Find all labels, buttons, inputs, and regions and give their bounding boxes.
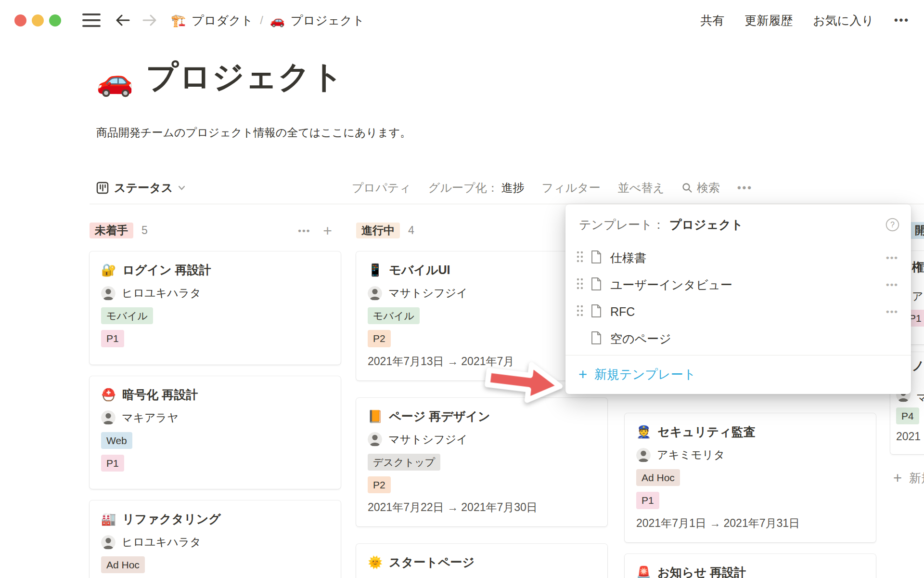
- project-card[interactable]: 🌞スタートページマサトシフジイ: [356, 544, 607, 578]
- annotation-arrow-icon: [481, 350, 569, 414]
- column-status-badge[interactable]: 進行中: [356, 223, 400, 239]
- template-item-more-icon[interactable]: •••: [886, 279, 898, 290]
- search-button[interactable]: 検索: [682, 180, 720, 196]
- group-by-label: グループ化：: [428, 181, 499, 194]
- project-card[interactable]: 🏭リファクタリングヒロユキハラタAd HocP1: [90, 500, 341, 578]
- minimize-window-icon[interactable]: [32, 14, 44, 26]
- page-icon-emoji[interactable]: 🚗: [96, 66, 133, 95]
- breadcrumb-product[interactable]: 🏗️ プロダクト: [171, 13, 253, 28]
- page-description: 商品開発チームのプロジェクト情報の全てはここにあります。: [96, 125, 411, 140]
- new-button-label[interactable]: 新規: [770, 176, 813, 200]
- card-assignee: ヒロユキハラタ: [122, 286, 201, 301]
- project-card[interactable]: 🔐ログイン 再設計ヒロユキハラタモバイルP1: [90, 251, 341, 365]
- template-item[interactable]: ユーザーインタビュー•••: [565, 271, 911, 298]
- card-badge-row: P2: [368, 476, 596, 493]
- card-badge-row: Ad Hoc: [101, 556, 329, 573]
- card-title-row: 🌞スタートページ: [368, 554, 596, 570]
- card-badge-row: P2: [368, 330, 596, 347]
- add-card-row[interactable]: + 新規: [893, 470, 924, 486]
- share-button[interactable]: 共有: [700, 13, 724, 28]
- avatar: [368, 286, 382, 301]
- template-item[interactable]: 仕様書•••: [565, 244, 911, 271]
- card-tag-badge: P2: [368, 476, 391, 493]
- card-badge-row: Web: [101, 432, 329, 449]
- card-date: 2021年7月1日 → 2021年7月31日: [636, 516, 864, 531]
- card-title-row: 🔐ログイン 再設計: [101, 262, 329, 278]
- card-emoji-icon: 🌞: [368, 556, 383, 568]
- project-card[interactable]: 📙ページ 再デザインマサトシフジイデスクトップP22021年7月22日 → 20…: [356, 398, 607, 527]
- card-badge-row: モバイル: [101, 307, 329, 324]
- crane-emoji-icon: 🏗️: [171, 13, 186, 27]
- drag-handle-icon[interactable]: [576, 304, 584, 319]
- card-title: お知らせ 再設計: [657, 565, 746, 578]
- plus-icon: +: [578, 367, 587, 382]
- traffic-lights: [14, 14, 61, 26]
- back-arrow-icon[interactable]: [115, 13, 130, 27]
- card-badge-row: P1: [101, 330, 329, 347]
- properties-button[interactable]: プロパティ: [352, 180, 411, 196]
- more-options-icon[interactable]: •••: [894, 14, 910, 26]
- breadcrumb-separator: /: [260, 13, 263, 27]
- column-add-card-icon[interactable]: +: [323, 223, 332, 238]
- view-toolbar: ステータス プロパティ グループ化：進捗 フィルター 並べ替え 検索 ••• 新…: [96, 175, 833, 200]
- template-item-more-icon[interactable]: •••: [886, 252, 898, 263]
- project-card[interactable]: 🚨お知らせ 再設計: [625, 554, 876, 578]
- card-assignee: アキミモリタ: [657, 447, 725, 462]
- column-card-count: 5: [141, 224, 148, 237]
- column-more-icon[interactable]: •••: [298, 225, 310, 236]
- column-header: 未着手5•••+: [90, 223, 341, 238]
- avatar: [368, 432, 382, 447]
- sidebar-menu-icon[interactable]: [82, 13, 101, 27]
- page-icon: [590, 277, 602, 293]
- column-controls: •••+: [298, 223, 332, 238]
- card-assignee: ア: [912, 289, 924, 304]
- drag-handle-icon[interactable]: [576, 277, 584, 292]
- template-item[interactable]: 空のページ: [565, 325, 911, 352]
- project-card[interactable]: ⛑️暗号化 再設計マキアラヤWebP1: [90, 376, 341, 489]
- search-label: 検索: [697, 180, 720, 196]
- filter-button[interactable]: フィルター: [542, 180, 601, 196]
- group-by-button[interactable]: グループ化：進捗: [428, 180, 525, 196]
- template-item-label: 空のページ: [610, 331, 671, 347]
- view-selector[interactable]: ステータス: [96, 180, 185, 196]
- sort-button[interactable]: 並べ替え: [618, 180, 665, 196]
- card-tag-badge: デスクトップ: [368, 454, 440, 471]
- svg-text:?: ?: [890, 221, 895, 229]
- template-menu: テンプレート： プロジェクト ? 仕様書•••ユーザーインタビュー•••RFC•…: [565, 204, 911, 394]
- card-title: 暗号化 再設計: [122, 387, 198, 403]
- avatar: [636, 448, 651, 462]
- template-item[interactable]: RFC•••: [565, 298, 911, 325]
- new-button-chevron-icon[interactable]: [813, 176, 833, 200]
- help-icon[interactable]: ?: [886, 218, 899, 232]
- zoom-window-icon[interactable]: [49, 14, 61, 26]
- close-window-icon[interactable]: [14, 14, 26, 26]
- card-assignee-row: マキアラヤ: [101, 410, 329, 425]
- column-status-badge[interactable]: 未着手: [90, 223, 133, 239]
- template-item-label: RFC: [610, 305, 635, 319]
- card-title-row: ⛑️暗号化 再設計: [101, 387, 329, 403]
- column-status-badge[interactable]: 開: [910, 222, 924, 239]
- new-button[interactable]: 新規: [770, 176, 833, 200]
- template-item-more-icon[interactable]: •••: [886, 306, 898, 317]
- window-titlebar: 🏗️ プロダクト / 🚗 プロジェクト 共有 更新履歴 お気に入り •••: [0, 0, 924, 40]
- card-assignee-row: マサトシフジイ: [368, 432, 596, 447]
- new-template-button[interactable]: + 新規テンプレート: [565, 355, 911, 394]
- card-emoji-icon: ⛑️: [101, 389, 116, 401]
- card-emoji-icon: 🏭: [101, 513, 116, 525]
- drag-handle-icon[interactable]: [576, 250, 584, 265]
- breadcrumb-project[interactable]: 🚗 プロジェクト: [270, 13, 365, 28]
- updates-button[interactable]: 更新履歴: [744, 13, 793, 28]
- card-badge-row: P1: [101, 455, 329, 472]
- template-list: 仕様書•••ユーザーインタビュー•••RFC•••空のページ: [565, 244, 911, 352]
- new-template-label: 新規テンプレート: [594, 366, 696, 383]
- template-menu-title-value: プロジェクト: [669, 217, 744, 233]
- favorite-button[interactable]: お気に入り: [813, 13, 874, 28]
- car-emoji-icon: 🚗: [270, 13, 285, 27]
- search-icon: [682, 183, 693, 193]
- page-icon: [590, 331, 602, 347]
- card-title: ノ: [912, 358, 924, 374]
- forward-arrow-icon[interactable]: [142, 13, 157, 27]
- project-card[interactable]: 👮セキュリティ監査アキミモリタAd HocP12021年7月1日 → 2021年…: [625, 413, 876, 542]
- view-more-options-icon[interactable]: •••: [737, 182, 753, 194]
- board-column-not-started: 未着手5•••+🔐ログイン 再設計ヒロユキハラタモバイルP1⛑️暗号化 再設計マ…: [90, 219, 341, 578]
